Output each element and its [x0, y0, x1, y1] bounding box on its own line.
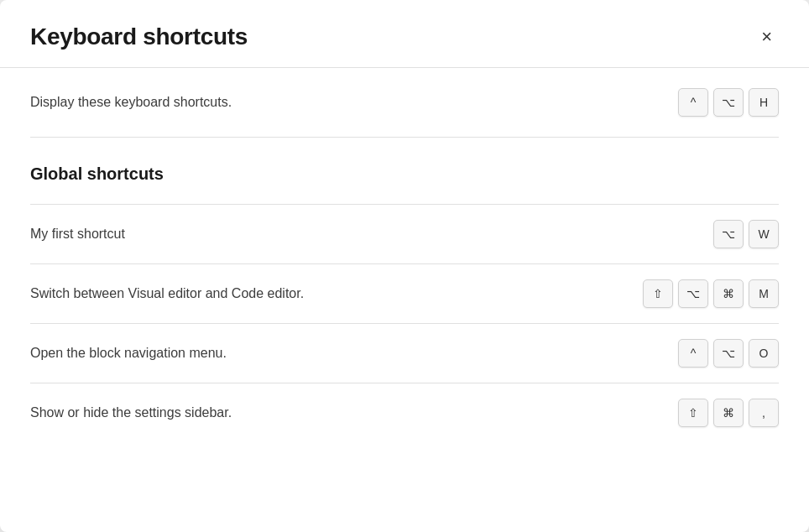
keyboard-shortcuts-modal: Keyboard shortcuts × Display these keybo… [0, 0, 809, 532]
display-shortcuts-keys: ^ ⌥ H [678, 88, 779, 117]
key-comma-3: , [749, 399, 779, 427]
key-alt-2: ⌥ [713, 339, 744, 368]
modal-body: Display these keyboard shortcuts. ^ ⌥ H … [0, 68, 809, 442]
key-cmd-1: ⌘ [713, 279, 744, 308]
key-h: H [749, 88, 779, 117]
key-cmd-3: ⌘ [713, 399, 744, 427]
key-shift-3: ⇧ [678, 399, 708, 427]
key-alt: ⌥ [713, 88, 744, 117]
close-button[interactable]: × [754, 24, 779, 50]
shortcut-keys-2: ^ ⌥ O [678, 339, 779, 368]
shortcut-label-3: Show or hide the settings sidebar. [30, 405, 232, 420]
display-shortcuts-row: Display these keyboard shortcuts. ^ ⌥ H [30, 68, 779, 138]
key-ctrl-2: ^ [678, 339, 708, 368]
display-shortcuts-label: Display these keyboard shortcuts. [30, 95, 232, 110]
shortcut-row-2: Open the block navigation menu. ^ ⌥ O [30, 323, 779, 383]
key-alt-1: ⌥ [678, 279, 708, 308]
key-m-1: M [749, 279, 779, 308]
key-alt-0: ⌥ [713, 220, 744, 248]
key-o-2: O [749, 339, 779, 368]
key-shift-1: ⇧ [643, 279, 673, 308]
modal-title: Keyboard shortcuts [30, 23, 248, 50]
key-w-0: W [749, 220, 779, 248]
shortcut-label-2: Open the block navigation menu. [30, 346, 227, 361]
global-shortcuts-title: Global shortcuts [30, 138, 779, 204]
shortcut-row-1: Switch between Visual editor and Code ed… [30, 263, 779, 323]
shortcut-row-0: My first shortcut ⌥ W [30, 204, 779, 263]
shortcut-keys-1: ⇧ ⌥ ⌘ M [643, 279, 779, 308]
shortcut-label-0: My first shortcut [30, 227, 125, 242]
shortcut-keys-3: ⇧ ⌘ , [678, 399, 779, 427]
key-ctrl: ^ [678, 88, 708, 117]
modal-header: Keyboard shortcuts × [0, 0, 809, 68]
shortcut-label-1: Switch between Visual editor and Code ed… [30, 286, 304, 301]
shortcut-keys-0: ⌥ W [713, 220, 779, 248]
shortcut-row-3: Show or hide the settings sidebar. ⇧ ⌘ , [30, 383, 779, 442]
